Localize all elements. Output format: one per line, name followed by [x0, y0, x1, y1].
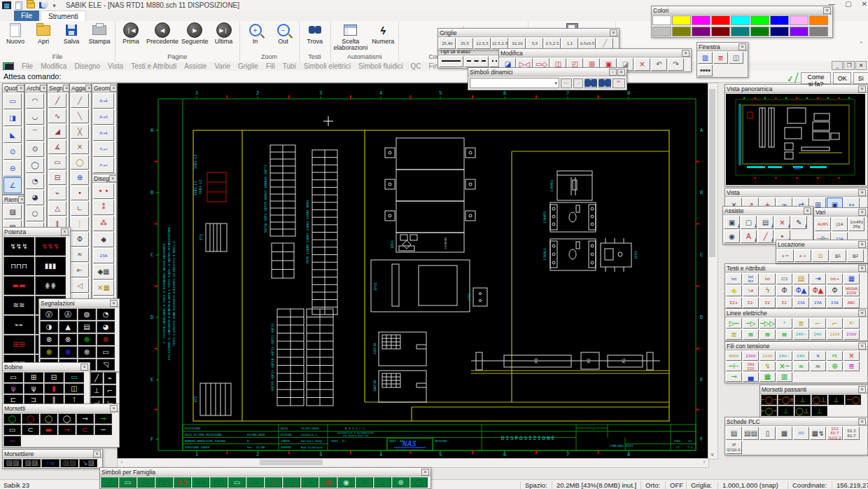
- close-icon[interactable]: ×: [858, 209, 866, 216]
- symbol-icon[interactable]: 23A: [93, 248, 114, 263]
- color-swatch[interactable]: [790, 27, 808, 36]
- find-icon[interactable]: [584, 78, 597, 88]
- symbol-icon[interactable]: ⊕: [71, 170, 89, 185]
- precedente-button[interactable]: ◀Precedente: [145, 22, 180, 46]
- symbol-icon[interactable]: −◯≡: [778, 394, 794, 405]
- close-icon[interactable]: ×: [109, 175, 116, 182]
- symbol-icon[interactable]: ⌐: [827, 318, 843, 329]
- symbol-icon[interactable]: ◯: [58, 413, 76, 424]
- symbol-icon[interactable]: 230V: [844, 329, 860, 340]
- symbol-icon[interactable]: ⊙: [26, 142, 44, 157]
- close-icon[interactable]: ×: [110, 85, 116, 92]
- close-icon[interactable]: ×: [682, 50, 690, 57]
- symbol-icon[interactable]: ✎i: [791, 216, 807, 229]
- symbol-icon[interactable]: PE: [827, 351, 843, 361]
- symbol-icon[interactable]: △: [48, 201, 66, 216]
- close-icon[interactable]: ×: [858, 189, 866, 196]
- close-icon[interactable]: ×: [18, 196, 24, 203]
- symbol-icon[interactable]: 110V: [760, 351, 776, 361]
- symbol-icon[interactable]: ◨: [4, 110, 22, 126]
- symbol-icon[interactable]: ▤: [793, 273, 809, 284]
- symbol-icon[interactable]: ϟ: [760, 285, 776, 296]
- symbol-icon[interactable]: ϟ#: [743, 285, 759, 296]
- si-button[interactable]: Si: [853, 72, 868, 84]
- symbol-icon[interactable]: ▭: [137, 477, 155, 488]
- trova-button[interactable]: Trova: [301, 22, 329, 46]
- symbol-icon[interactable]: ≣: [844, 361, 860, 371]
- symbol-icon[interactable]: −◯−: [761, 406, 777, 416]
- symbol-icon[interactable]: ⌐: [265, 477, 282, 488]
- symbol-icon[interactable]: ≣?: [844, 318, 860, 329]
- symbol-icon[interactable]: ▥: [776, 372, 792, 382]
- symbol-icon[interactable]: ⊖: [356, 477, 373, 488]
- symbol-icon[interactable]: ×▦: [93, 280, 114, 296]
- symbol-icon[interactable]: ◍: [78, 308, 96, 320]
- scrollbar-thumb[interactable]: [260, 460, 323, 465]
- symbol-icon[interactable]: ×: [71, 139, 89, 154]
- symbol-icon[interactable]: −◯: [845, 394, 861, 405]
- cascade-icon[interactable]: ◫: [729, 52, 743, 64]
- symbol-icon[interactable]: E2: [776, 297, 792, 308]
- symbol-icon[interactable]: ◆: [93, 232, 114, 247]
- arrange-icons-icon[interactable]: ▪▪▪▪: [698, 64, 713, 76]
- nuovo-button[interactable]: Nuovo: [1, 22, 29, 46]
- symbol-icon[interactable]: ⊜: [827, 361, 843, 371]
- close-icon[interactable]: ×: [85, 85, 91, 92]
- symbol-icon[interactable]: ⊸: [76, 413, 94, 424]
- plc-fault-icon[interactable]: ▦↯: [810, 427, 826, 440]
- prima-button[interactable]: ❘◀Prima: [117, 22, 145, 46]
- symbol-icon[interactable]: ⊗: [40, 333, 58, 345]
- symbol-icon[interactable]: Φ: [827, 285, 843, 296]
- menu-item-modifica[interactable]: Modifica: [41, 62, 66, 70]
- grid-preset-button[interactable]: 12.5,5: [474, 38, 491, 49]
- symbol-icon[interactable]: ⌐: [283, 477, 300, 488]
- symbol-icon[interactable]: ∡: [48, 139, 66, 154]
- symbol-icon[interactable]: txt: [726, 273, 742, 284]
- menu-item-vista[interactable]: Vista: [108, 62, 123, 70]
- menu-item-fili[interactable]: Fili: [266, 62, 275, 70]
- symbol-icon[interactable]: •: [71, 186, 89, 200]
- close-icon[interactable]: ×: [17, 85, 24, 92]
- quick-new-icon[interactable]: [14, 1, 23, 9]
- symbol-icon[interactable]: ▭: [97, 346, 115, 358]
- symbol-icon[interactable]: ⊂: [22, 425, 39, 435]
- symbol-icon[interactable]: ╱: [90, 372, 103, 384]
- symbol-icon[interactable]: ≡≡: [192, 477, 209, 488]
- menu-item-qc[interactable]: QC: [410, 62, 421, 70]
- symbol-icon[interactable]: ▭: [246, 477, 264, 488]
- apri-button[interactable]: Apri: [29, 22, 57, 46]
- tool-icon[interactable]: ✂: [612, 78, 625, 88]
- symbol-icon[interactable]: txt→: [827, 273, 843, 284]
- symbol-icon[interactable]: ↯↯↯: [4, 237, 34, 256]
- symbol-icon[interactable]: ─: [4, 436, 21, 446]
- close-icon[interactable]: ×: [61, 228, 69, 235]
- close-icon[interactable]: ×: [63, 85, 69, 92]
- symbol-icon[interactable]: ▨▨: [60, 459, 78, 467]
- seguente-button[interactable]: ▶Seguente: [180, 22, 210, 46]
- symbol-icon[interactable]: 23A: [793, 297, 809, 308]
- symbol-icon[interactable]: ◉: [724, 230, 740, 243]
- symbol-icon[interactable]: ⊗: [59, 333, 77, 345]
- symbol-icon[interactable]: 960VA 220V: [844, 285, 860, 296]
- undo-icon[interactable]: ↶: [651, 58, 667, 71]
- symbol-icon[interactable]: ╳: [71, 124, 89, 139]
- grid-preset-button[interactable]: 25,40: [439, 38, 456, 49]
- drawing-canvas[interactable]: 1122334455667788AABBCCDDEEFF E' VIETATO …: [117, 83, 709, 459]
- maximize-icon[interactable]: ▢: [845, 0, 851, 8]
- close-icon[interactable]: ×: [858, 265, 866, 272]
- symbol-icon[interactable]: ?: [776, 318, 792, 329]
- symbol-icon[interactable]: →: [58, 425, 76, 435]
- find-next-icon[interactable]: [598, 78, 611, 88]
- symbol-icon[interactable]: ▄: [743, 372, 759, 382]
- symbol-icon[interactable]: ≣: [793, 318, 809, 329]
- close-icon[interactable]: ×: [858, 418, 866, 425]
- symbol-icon[interactable]: ⊥: [778, 406, 794, 416]
- grid-preset-button[interactable]: 0.5x0.5: [579, 38, 596, 49]
- symbol-icon[interactable]: txt: [760, 273, 776, 284]
- symbol-icon[interactable]: E0.3 E0.7: [844, 427, 860, 440]
- symbol-icon[interactable]: ⋕⋕: [35, 276, 66, 295]
- symbol-icon[interactable]: ▥1: [830, 249, 846, 262]
- symbol-icon[interactable]: ⊗: [97, 333, 115, 345]
- close-icon[interactable]: ×: [110, 405, 118, 412]
- symbol-icon[interactable]: ◹: [97, 359, 115, 371]
